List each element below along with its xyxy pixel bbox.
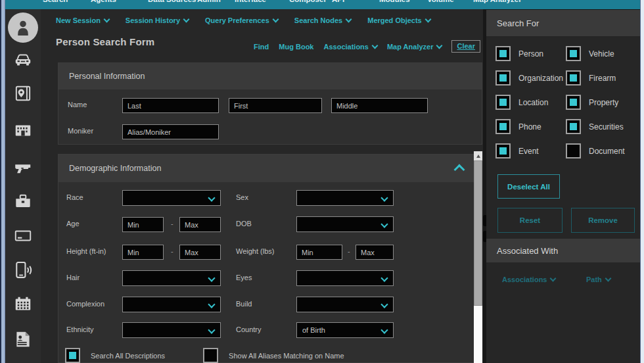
collapse-chevron-up-icon[interactable]: [454, 164, 465, 176]
ethnicity-select[interactable]: [122, 322, 221, 338]
age-max-input[interactable]: [179, 217, 221, 232]
first-name-input[interactable]: [229, 98, 322, 113]
menu-merged-objects[interactable]: Merged Objects: [367, 16, 430, 24]
dob-select[interactable]: [296, 216, 394, 232]
build-select[interactable]: [296, 297, 394, 312]
person-icon: [8, 12, 38, 43]
country-select[interactable]: of Birth: [296, 322, 394, 338]
weight-min-input[interactable]: [296, 245, 342, 260]
search-all-descriptions-label: Search All Descriptions: [91, 352, 165, 360]
property-checkbox[interactable]: [566, 95, 581, 110]
sidebar-item-securities[interactable]: [5, 226, 41, 246]
sidebar-item-firearm[interactable]: [5, 158, 41, 178]
chevron-down-icon: [436, 42, 443, 49]
toolbox-icon: [13, 192, 33, 212]
height-max-input[interactable]: [179, 245, 221, 260]
scrollbar-thumb[interactable]: [474, 160, 482, 306]
vertical-scrollbar[interactable]: [474, 151, 482, 363]
card-icon: [13, 226, 33, 246]
search-for-title: Search For: [497, 18, 539, 28]
sidebar-item-document[interactable]: [5, 329, 41, 349]
sidebar-item-event[interactable]: [5, 295, 41, 314]
vehicle-checkbox[interactable]: [566, 46, 581, 61]
topbar-item[interactable]: Map Analyzer: [473, 0, 522, 3]
complexion-label: Complexion: [66, 300, 104, 308]
sidebar-item-property[interactable]: [5, 192, 41, 212]
organization-checkbox[interactable]: [495, 70, 511, 85]
remove-button[interactable]: Remove: [571, 208, 635, 233]
location-checkbox[interactable]: [495, 95, 511, 110]
vehicle-icon: [13, 50, 33, 70]
sidebar-item-location[interactable]: [5, 84, 41, 103]
event-checkbox[interactable]: [495, 143, 511, 158]
chevron-down-icon: [550, 276, 557, 282]
complexion-select[interactable]: [122, 297, 221, 312]
phone-checkbox[interactable]: [495, 119, 511, 134]
person-checkbox[interactable]: [495, 46, 511, 61]
page-title: Person Search Form: [56, 36, 154, 47]
menu-new-session[interactable]: New Session: [56, 16, 109, 24]
sidebar-item-organization[interactable]: [5, 120, 41, 140]
menu-session-history[interactable]: Session History: [126, 16, 189, 24]
topbar-item[interactable]: API: [332, 0, 344, 3]
show-all-aliases-checkbox[interactable]: [203, 348, 218, 363]
topbar-item[interactable]: Modules: [379, 0, 410, 3]
moniker-input[interactable]: [122, 124, 219, 139]
path-dropdown[interactable]: Path: [586, 276, 610, 283]
personal-information-panel: Personal Information Name Moniker: [58, 62, 482, 145]
associations-menu[interactable]: Associations: [323, 43, 377, 51]
last-name-input[interactable]: [122, 98, 219, 113]
chevron-down-icon: [380, 301, 388, 308]
securities-checkbox[interactable]: [566, 119, 581, 134]
personal-information-header: Personal Information: [58, 63, 482, 89]
country-label: Country: [236, 326, 262, 333]
topbar-item[interactable]: Search: [43, 0, 68, 3]
sex-label: Sex: [236, 193, 248, 201]
demographic-information-header: Demographic Information: [58, 155, 474, 182]
topbar-item[interactable]: Volume: [427, 0, 454, 3]
option-event: Event: [495, 143, 539, 158]
chevron-down-icon: [208, 274, 215, 281]
demographic-information-panel: Demographic Information Race Sex Age - D…: [58, 154, 474, 363]
map-analyzer-menu[interactable]: Map Analyzer: [387, 43, 442, 51]
topbar-item[interactable]: Composer: [289, 0, 327, 3]
sex-select[interactable]: [296, 190, 394, 206]
firearm-checkbox[interactable]: [566, 70, 581, 85]
build-label: Build: [236, 300, 252, 308]
menu-query-preferences[interactable]: Query Preferences: [205, 16, 278, 24]
scroll-up-button[interactable]: [474, 151, 482, 160]
find-button[interactable]: Find: [254, 43, 269, 51]
topbar-item[interactable]: Interface: [235, 0, 266, 3]
option-firearm: Firearm: [566, 70, 616, 85]
eyes-select[interactable]: [296, 270, 394, 286]
document-checkbox[interactable]: [566, 143, 581, 158]
topbar-item[interactable]: Admin: [197, 0, 221, 3]
chevron-down-icon: [208, 194, 215, 201]
window-edge-right[interactable]: [640, 0, 644, 363]
topbar-item[interactable]: Data Sources: [148, 0, 196, 3]
hair-select[interactable]: [122, 270, 221, 286]
sidebar-item-person[interactable]: [5, 12, 41, 43]
building-icon: [13, 120, 33, 140]
deselect-all-button[interactable]: Deselect All: [497, 174, 560, 199]
chevron-down-icon: [208, 326, 215, 333]
height-label: Height (ft-in): [66, 247, 106, 255]
sidebar-item-phone[interactable]: [5, 259, 41, 281]
sidebar-item-vehicle[interactable]: [5, 50, 41, 70]
show-all-aliases-label: Show All Aliases Matching on Name: [229, 352, 344, 360]
mug-book-button[interactable]: Mug Book: [279, 43, 313, 51]
age-min-input[interactable]: [122, 217, 164, 232]
middle-name-input[interactable]: [331, 98, 428, 113]
search-all-descriptions-checkbox[interactable]: [65, 348, 80, 363]
weight-max-input[interactable]: [356, 245, 394, 260]
reset-button[interactable]: Reset: [497, 208, 563, 233]
height-min-input[interactable]: [122, 245, 164, 260]
chevron-down-icon: [272, 16, 279, 23]
option-location: Location: [495, 95, 548, 110]
menu-search-nodes[interactable]: Search Nodes: [294, 16, 351, 24]
race-select[interactable]: [122, 190, 221, 206]
option-vehicle: Vehicle: [566, 46, 614, 61]
clear-button[interactable]: Clear: [451, 40, 480, 53]
associations-dropdown[interactable]: Associations: [502, 276, 555, 283]
topbar-item[interactable]: Agents: [91, 0, 116, 3]
